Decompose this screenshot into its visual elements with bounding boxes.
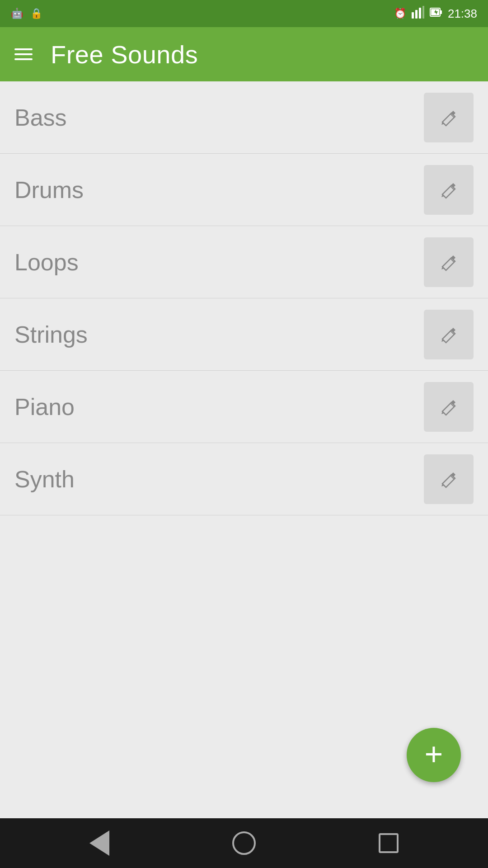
empty-area: + (0, 515, 488, 818)
battery-icon (430, 6, 442, 21)
edit-button-synth[interactable] (424, 454, 474, 504)
hamburger-line-3 (14, 58, 33, 60)
list-item-label: Bass (14, 104, 67, 131)
nav-back-button[interactable] (86, 830, 113, 857)
notification-icon: 🔒 (30, 8, 42, 19)
edit-button-drums[interactable] (424, 165, 474, 215)
list-item-label: Drums (14, 176, 84, 203)
pencil-icon (439, 252, 459, 272)
list-item[interactable]: Loops (0, 226, 488, 298)
category-list: Bass Drums Loops (0, 81, 488, 818)
status-bar-right: ⏰ 21:38 (394, 6, 477, 21)
recents-square-icon (379, 833, 399, 853)
back-arrow-icon (89, 830, 109, 856)
list-item[interactable]: Bass (0, 81, 488, 154)
pencil-icon (439, 325, 459, 344)
status-time: 21:38 (448, 7, 477, 21)
status-bar-left: 🤖 🔒 (11, 8, 42, 19)
svg-rect-1 (415, 10, 418, 19)
svg-rect-6 (440, 10, 442, 14)
edit-button-loops[interactable] (424, 237, 474, 287)
nav-recents-button[interactable] (375, 830, 402, 857)
hamburger-menu-button[interactable] (14, 48, 33, 60)
edit-button-piano[interactable] (424, 382, 474, 432)
list-item[interactable]: Synth (0, 443, 488, 515)
home-circle-icon (232, 831, 256, 855)
pencil-icon (439, 469, 459, 489)
list-item-label: Strings (14, 321, 88, 348)
pencil-icon (439, 108, 459, 127)
list-item-label: Synth (14, 466, 75, 493)
plus-icon: + (425, 738, 443, 770)
app-bar: Free Sounds (0, 27, 488, 81)
add-category-fab[interactable]: + (407, 728, 461, 782)
edit-button-strings[interactable] (424, 310, 474, 359)
pencil-icon (439, 397, 459, 417)
list-item[interactable]: Piano (0, 371, 488, 443)
pencil-icon (439, 180, 459, 200)
app-title: Free Sounds (51, 40, 198, 69)
svg-rect-2 (419, 8, 421, 19)
edit-button-bass[interactable] (424, 93, 474, 142)
signal-icon (412, 6, 424, 21)
svg-rect-0 (412, 12, 414, 19)
android-icon: 🤖 (11, 8, 23, 19)
list-item-label: Piano (14, 393, 75, 420)
list-item[interactable]: Strings (0, 298, 488, 371)
status-bar: 🤖 🔒 ⏰ 21:38 (0, 0, 488, 27)
alarm-icon: ⏰ (394, 8, 406, 19)
bottom-nav-bar (0, 818, 488, 868)
svg-rect-3 (422, 6, 424, 19)
hamburger-line-1 (14, 48, 33, 50)
list-item-label: Loops (14, 249, 79, 276)
nav-home-button[interactable] (230, 830, 258, 857)
hamburger-line-2 (14, 53, 33, 55)
list-item[interactable]: Drums (0, 154, 488, 226)
